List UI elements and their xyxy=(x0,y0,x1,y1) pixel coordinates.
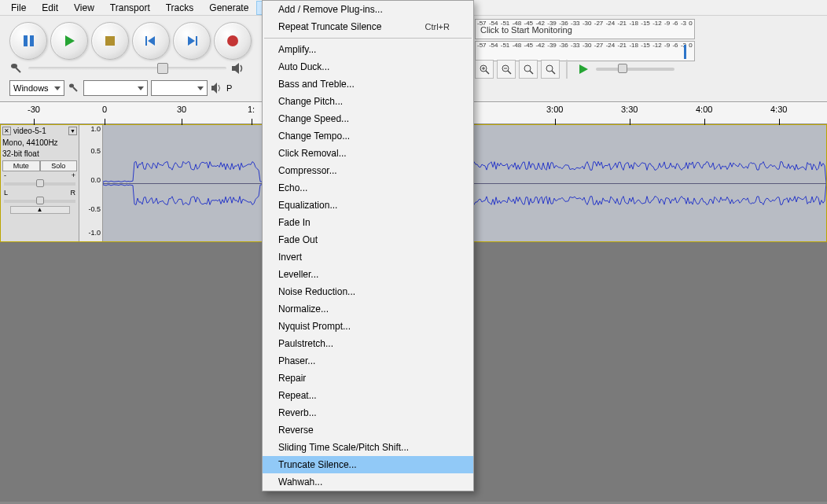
menu-view[interactable]: View xyxy=(66,1,102,15)
menu-tracks[interactable]: Tracks xyxy=(158,1,202,15)
svg-marker-11 xyxy=(232,63,239,74)
gain-slider[interactable] xyxy=(4,182,75,186)
effect-item[interactable]: Sliding Time Scale/Pitch Shift... xyxy=(263,439,473,456)
record-button[interactable] xyxy=(214,22,252,60)
effect-item[interactable]: Nyquist Prompt... xyxy=(263,318,473,335)
gain-minus: - xyxy=(4,171,6,179)
timeline-tick: 3:00 xyxy=(546,105,563,114)
track-name[interactable]: video-5-1 xyxy=(13,127,46,135)
effect-item[interactable]: Leveller... xyxy=(263,266,473,283)
play-meter[interactable]: -57-54-51-48-45-42-39-36-33-30-27-24-21-… xyxy=(475,41,695,61)
svg-line-23 xyxy=(530,71,533,74)
svg-rect-4 xyxy=(145,36,147,46)
track-close-button[interactable]: ✕ xyxy=(2,127,11,135)
timeline-tick: 4:00 xyxy=(696,105,712,114)
effect-item[interactable]: Repeat... xyxy=(263,387,473,404)
timeline-tick: 30 xyxy=(177,105,186,114)
fit-project-button[interactable] xyxy=(541,60,560,79)
effect-item[interactable]: Compressor... xyxy=(263,162,473,179)
track-menu-button[interactable]: ▼ xyxy=(68,127,77,135)
effect-item[interactable]: Truncate Silence... xyxy=(263,456,473,473)
effect-item[interactable]: Normalize... xyxy=(263,300,473,318)
effect-item[interactable]: Auto Duck... xyxy=(263,58,473,75)
effect-item[interactable]: Repeat Truncate SilenceCtrl+R xyxy=(263,18,473,35)
effect-item[interactable]: Click Removal... xyxy=(263,145,473,162)
svg-point-24 xyxy=(546,65,553,72)
svg-point-22 xyxy=(524,65,531,72)
effect-item[interactable]: Equalization... xyxy=(263,197,473,214)
effect-item[interactable]: Add / Remove Plug-ins... xyxy=(263,1,473,18)
effect-item[interactable]: Repair xyxy=(263,370,473,387)
effect-menu-dropdown[interactable]: Add / Remove Plug-ins...Repeat Truncate … xyxy=(262,0,474,491)
extra-tools xyxy=(475,60,674,79)
collapse-button[interactable]: ▲ xyxy=(10,206,70,214)
skip-start-button[interactable] xyxy=(132,22,170,60)
vruler-tick: 0.0 xyxy=(90,176,101,184)
timeline-tick: 3:30 xyxy=(621,105,638,114)
effect-item[interactable]: Paulstretch... xyxy=(263,335,473,352)
effect-item[interactable]: Invert xyxy=(263,248,473,266)
vruler-tick: -0.5 xyxy=(88,205,101,213)
fit-selection-button[interactable] xyxy=(519,60,538,79)
svg-line-25 xyxy=(552,71,555,74)
pan-right: R xyxy=(71,189,76,197)
track-bitdepth: 32-bit float xyxy=(2,149,77,159)
effect-item[interactable]: Fade Out xyxy=(263,231,473,248)
effect-item[interactable]: Change Tempo... xyxy=(263,127,473,145)
svg-marker-14 xyxy=(211,83,217,94)
menu-generate[interactable]: Generate xyxy=(201,1,256,15)
gain-plus: + xyxy=(72,171,75,179)
play-button[interactable] xyxy=(50,22,88,60)
meter-toolbar: -57-54-51-48-45-42-39-36-33-30-27-24-21-… xyxy=(475,19,695,61)
zoom-in-button[interactable] xyxy=(475,60,494,79)
effect-item[interactable]: Phaser... xyxy=(263,352,473,370)
effect-item[interactable]: Change Speed... xyxy=(263,110,473,127)
effect-item[interactable]: Fade In xyxy=(263,214,473,231)
solo-button[interactable]: Solo xyxy=(40,160,78,171)
track-control-panel[interactable]: ✕ video-5-1 ▼ Mono, 44100Hz 32-bit float… xyxy=(1,125,79,241)
rec-device-combo[interactable] xyxy=(83,80,148,96)
effect-item[interactable]: Reverb... xyxy=(263,404,473,421)
svg-line-20 xyxy=(508,71,511,74)
effect-item[interactable]: Noise Reduction... xyxy=(263,283,473,300)
mute-button[interactable]: Mute xyxy=(2,160,40,171)
svg-rect-0 xyxy=(24,35,28,46)
menu-file[interactable]: File xyxy=(3,1,34,15)
timeline-tick: -30 xyxy=(28,105,40,114)
skip-end-button[interactable] xyxy=(173,22,211,60)
menu-transport[interactable]: Transport xyxy=(102,1,158,15)
effect-item[interactable]: Reverse xyxy=(263,421,473,439)
monitor-message[interactable]: Click to Start Monitoring xyxy=(480,25,572,35)
stop-button[interactable] xyxy=(91,22,129,60)
zoom-out-button[interactable] xyxy=(497,60,516,79)
svg-line-13 xyxy=(73,87,77,91)
vruler-tick: -1.0 xyxy=(88,229,101,237)
svg-marker-26 xyxy=(579,64,588,74)
track-vruler: 1.0 0.5 0.0 -0.5 -1.0 xyxy=(79,125,103,241)
vruler-tick: 0.5 xyxy=(90,147,101,155)
effect-item[interactable]: Amplify... xyxy=(263,41,473,58)
play-at-speed-button[interactable] xyxy=(574,60,593,79)
mic-icon xyxy=(68,82,80,94)
menu-edit[interactable]: Edit xyxy=(34,1,66,15)
svg-line-16 xyxy=(486,71,489,74)
svg-marker-5 xyxy=(148,36,155,46)
pan-slider[interactable] xyxy=(4,200,75,203)
playback-speed-slider[interactable] xyxy=(596,68,674,71)
svg-rect-1 xyxy=(30,35,34,46)
transport-controls xyxy=(9,22,252,60)
audio-host-combo[interactable]: Windows xyxy=(9,80,64,96)
timeline-tick: 1: xyxy=(248,105,255,114)
timeline-tick: 4:30 xyxy=(770,105,787,114)
effect-item[interactable]: Change Pitch... xyxy=(263,93,473,110)
recording-slider-row xyxy=(9,61,245,75)
svg-marker-2 xyxy=(65,35,75,46)
pause-button[interactable] xyxy=(9,22,47,60)
record-meter[interactable]: -57-54-51-48-45-42-39-36-33-30-27-24-21-… xyxy=(475,19,695,39)
effect-item[interactable]: Wahwah... xyxy=(263,473,473,491)
effect-item[interactable]: Echo... xyxy=(263,179,473,197)
speaker-icon xyxy=(231,63,245,74)
recording-volume-slider[interactable] xyxy=(28,67,226,70)
effect-item[interactable]: Bass and Treble... xyxy=(263,75,473,93)
rec-channels-combo[interactable] xyxy=(151,80,208,96)
